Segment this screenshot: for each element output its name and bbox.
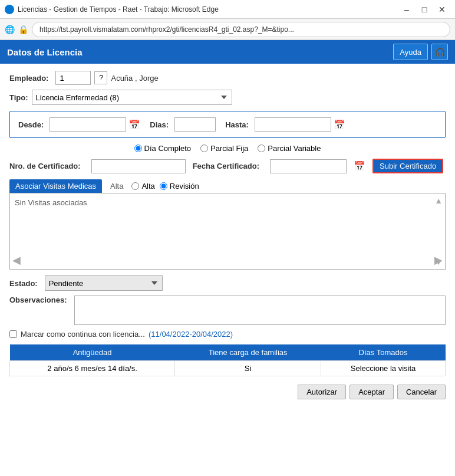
- maximize-button[interactable]: □: [416, 1, 433, 18]
- visitas-section: Asociar Visitas Medicas Alta Alta Revisi…: [9, 179, 446, 270]
- observaciones-label: Observaciones:: [9, 296, 67, 304]
- aceptar-button[interactable]: Aceptar: [350, 385, 394, 399]
- dias-group: Dias:: [150, 117, 216, 132]
- marcar-label: Marcar como continua con licencia...: [21, 330, 145, 339]
- radio-alta-input[interactable]: [131, 182, 139, 190]
- nro-cert-input[interactable]: [91, 159, 186, 173]
- browser-icon: 🌐: [5, 25, 15, 34]
- marcar-link[interactable]: (11/04/2022-20/04/2022): [149, 330, 233, 339]
- subir-certificado-button[interactable]: Subir Certificado: [372, 159, 443, 173]
- tipo-select[interactable]: Licencia Enfermedad (8): [32, 90, 232, 105]
- visitas-wrapper: Sin Visitas asociadas ▲ ▼ ◀ ▶: [9, 193, 446, 270]
- cancelar-button[interactable]: Cancelar: [397, 385, 446, 399]
- alta-static-label: Alta: [107, 179, 127, 193]
- cell-antiguedad: 2 año/s 6 mes/es 14 día/s.: [10, 361, 175, 376]
- radio-parcial-variable-label: Parcial Variable: [268, 144, 321, 153]
- close-button[interactable]: ✕: [434, 1, 450, 18]
- cell-dias-tomados: Seleccione la visita: [321, 361, 446, 376]
- desde-label: Desde:: [18, 120, 44, 129]
- app-header: Datos de Licencia Ayuda 🎧: [0, 40, 455, 64]
- address-bar: 🌐 🔒: [0, 19, 455, 40]
- empleado-label: Empleado:: [9, 74, 48, 83]
- scroll-up-icon[interactable]: ▲: [434, 196, 443, 205]
- radio-parcial-variable-input[interactable]: [258, 145, 265, 152]
- empleado-row: Empleado: ? Acuña , Jorge: [9, 71, 446, 85]
- radio-parcial-fija[interactable]: Parcial Fija: [200, 144, 248, 153]
- col-antiguedad: Antigüedad: [10, 344, 175, 361]
- tipo-row: Tipo: Licencia Enfermedad (8): [9, 90, 446, 105]
- main-content: Empleado: ? Acuña , Jorge Tipo: Licencia…: [0, 64, 455, 476]
- title-bar: Licencias - Gestion de Tiempos - Raet - …: [0, 0, 455, 19]
- visitas-tabs: Asociar Visitas Medicas Alta Alta Revisi…: [9, 179, 446, 193]
- fecha-cert-label: Fecha Certificado:: [193, 162, 259, 170]
- hasta-calendar-button[interactable]: 📅: [334, 119, 345, 130]
- visitas-content: Sin Visitas asociadas ▲ ▼ ◀ ▶: [9, 193, 446, 270]
- scroll-right-icon[interactable]: ▶: [434, 254, 443, 267]
- headset-button[interactable]: 🎧: [431, 44, 448, 60]
- radio-revision-label: Revisión: [170, 182, 199, 191]
- radio-parcial-fija-input[interactable]: [200, 145, 208, 152]
- desde-group: Desde: 📅: [18, 117, 140, 132]
- dias-input[interactable]: [174, 117, 216, 132]
- marcar-row: Marcar como continua con licencia... (11…: [9, 330, 446, 339]
- nro-cert-label: Nro. de Certificado:: [9, 162, 81, 170]
- scroll-left-icon[interactable]: ◀: [12, 254, 21, 267]
- dias-label: Dias:: [150, 120, 169, 129]
- desde-input[interactable]: [50, 117, 126, 132]
- radio-alta-label: Alta: [141, 182, 154, 191]
- window-title: Licencias - Gestion de Tiempos - Raet - …: [18, 5, 398, 14]
- hasta-label: Hasta:: [225, 120, 249, 129]
- estado-label: Estado:: [9, 279, 38, 288]
- radio-dia-completo-input[interactable]: [134, 145, 142, 152]
- desde-calendar-button[interactable]: 📅: [128, 119, 140, 130]
- tipo-label: Tipo:: [9, 93, 28, 102]
- radio-revision[interactable]: Revisión: [160, 182, 199, 191]
- marcar-checkbox[interactable]: [9, 330, 17, 338]
- fecha-cert-calendar-button[interactable]: 📅: [354, 160, 365, 172]
- observaciones-row: Observaciones:: [9, 296, 446, 325]
- observaciones-textarea[interactable]: [74, 296, 446, 325]
- url-input[interactable]: [32, 22, 450, 37]
- radio-alta[interactable]: Alta: [131, 182, 154, 191]
- empleado-input[interactable]: [55, 71, 91, 85]
- minimize-button[interactable]: –: [398, 1, 415, 18]
- hasta-group: Hasta: 📅: [225, 117, 345, 132]
- radio-dia-completo[interactable]: Día Completo: [134, 144, 191, 153]
- radio-revision-input[interactable]: [160, 182, 167, 190]
- empleado-name: Acuña , Jorge: [111, 74, 158, 83]
- hasta-input[interactable]: [255, 117, 331, 132]
- app-title: Datos de Licencia: [7, 47, 83, 57]
- edge-icon: [5, 5, 14, 14]
- radio-group: Día Completo Parcial Fija Parcial Variab…: [9, 144, 446, 153]
- col-carga-familias: Tiene carga de familias: [175, 344, 321, 361]
- cell-carga-familias: Si: [175, 361, 321, 376]
- ayuda-button[interactable]: Ayuda: [393, 44, 428, 60]
- estado-select[interactable]: Pendiente Aprobado Rechazado: [45, 275, 163, 291]
- empleado-question-button[interactable]: ?: [94, 71, 107, 84]
- certificado-row: Nro. de Certificado: Fecha Certificado: …: [9, 159, 446, 173]
- radio-parcial-variable[interactable]: Parcial Variable: [258, 144, 321, 153]
- header-actions: Ayuda 🎧: [393, 44, 448, 60]
- lock-icon: 🔒: [18, 25, 28, 34]
- date-panel: Desde: 📅 Dias: Hasta: 📅: [9, 111, 446, 138]
- action-buttons: Autorizar Aceptar Cancelar: [9, 382, 446, 399]
- summary-table: Antigüedad Tiene carga de familias Días …: [9, 344, 446, 376]
- radio-dia-completo-label: Día Completo: [144, 144, 191, 153]
- visitas-empty-text: Sin Visitas asociadas: [15, 198, 87, 207]
- col-dias-tomados: Días Tomados: [321, 344, 446, 361]
- fecha-cert-input[interactable]: [270, 159, 347, 173]
- estado-row: Estado: Pendiente Aprobado Rechazado: [9, 275, 446, 291]
- autorizar-button[interactable]: Autorizar: [298, 385, 346, 399]
- window-controls: – □ ✕: [398, 1, 450, 18]
- table-row: 2 año/s 6 mes/es 14 día/s. Si Seleccione…: [10, 361, 446, 376]
- asociar-visitas-tab[interactable]: Asociar Visitas Medicas: [9, 179, 102, 193]
- radio-parcial-fija-label: Parcial Fija: [210, 144, 248, 153]
